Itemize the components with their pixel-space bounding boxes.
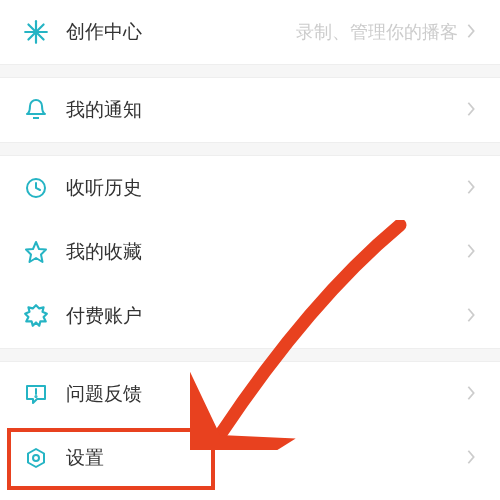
menu-item-hint: 录制、管理你的播客 — [296, 20, 458, 44]
menu-item-history[interactable]: 收听历史 — [0, 156, 500, 220]
menu-item-label: 付费账户 — [66, 303, 466, 329]
star-icon — [22, 238, 50, 266]
bell-icon — [22, 96, 50, 124]
menu-item-label: 我的收藏 — [66, 239, 466, 265]
section-divider — [0, 348, 500, 362]
menu-item-label: 创作中心 — [66, 19, 296, 45]
chevron-right-icon — [466, 179, 478, 197]
settings-icon — [22, 444, 50, 472]
menu-item-label: 问题反馈 — [66, 381, 466, 407]
section-divider — [0, 64, 500, 78]
menu-item-notifications[interactable]: 我的通知 — [0, 78, 500, 142]
menu-item-settings[interactable]: 设置 — [0, 426, 500, 490]
chevron-right-icon — [466, 385, 478, 403]
svg-point-8 — [35, 396, 36, 397]
sparkle-icon — [22, 18, 50, 46]
menu-item-paid[interactable]: 付费账户 — [0, 284, 500, 348]
menu-item-label: 我的通知 — [66, 97, 466, 123]
menu-item-creator[interactable]: 创作中心 录制、管理你的播客 — [0, 0, 500, 64]
chevron-right-icon — [466, 243, 478, 261]
svg-marker-6 — [25, 305, 47, 326]
menu-item-label: 收听历史 — [66, 175, 466, 201]
chevron-right-icon — [466, 449, 478, 467]
chevron-right-icon — [466, 101, 478, 119]
badge-icon — [22, 302, 50, 330]
menu-item-label: 设置 — [66, 445, 466, 471]
section-divider — [0, 142, 500, 156]
svg-marker-9 — [28, 449, 44, 467]
feedback-icon — [22, 380, 50, 408]
menu-item-feedback[interactable]: 问题反馈 — [0, 362, 500, 426]
chevron-right-icon — [466, 23, 478, 41]
clock-icon — [22, 174, 50, 202]
svg-marker-5 — [26, 242, 46, 262]
svg-point-10 — [33, 455, 39, 461]
chevron-right-icon — [466, 307, 478, 325]
menu-item-favorites[interactable]: 我的收藏 — [0, 220, 500, 284]
